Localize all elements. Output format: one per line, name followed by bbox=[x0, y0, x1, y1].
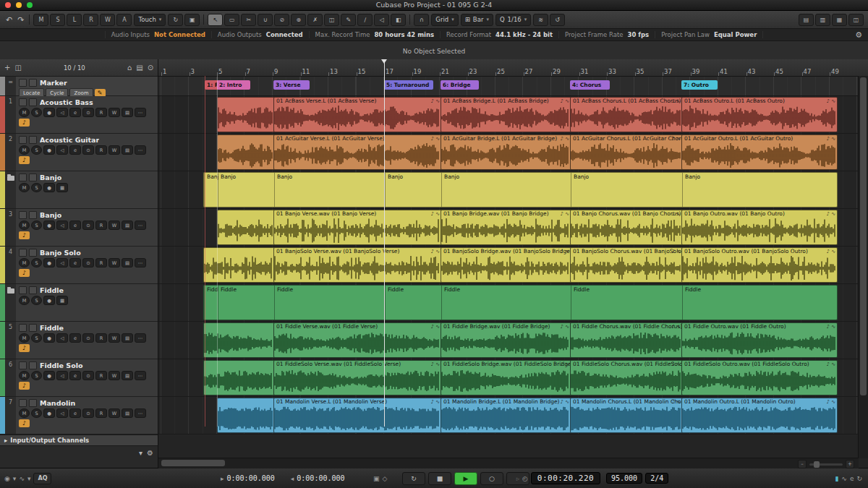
audio-event-unnamed[interactable] bbox=[217, 210, 275, 245]
audio-event[interactable]: 01 Mandolin Outro.L (01 Mandolin Outro)♪… bbox=[681, 398, 838, 433]
audio-event[interactable]: 01 Mandolin Chorus.L (01 Mandolin Chorus… bbox=[570, 398, 683, 433]
track-color-strip[interactable] bbox=[0, 247, 5, 283]
track-edit-icon[interactable] bbox=[29, 211, 37, 219]
musical-mode-badge[interactable]: ♪ bbox=[19, 231, 30, 239]
right-zone-toggle-icon[interactable]: ▦ bbox=[832, 14, 847, 26]
right-locator-time[interactable]: 0:00:00.000 bbox=[297, 474, 344, 482]
chevron-down-icon[interactable]: ▾ bbox=[13, 475, 17, 482]
erase-tool-button[interactable]: ⊘ bbox=[274, 14, 289, 26]
audio-event[interactable]: 01 AcGuitar Outro.L (01 AcGuitar Outro)♪… bbox=[681, 134, 838, 170]
track-color-strip[interactable] bbox=[0, 134, 5, 171]
cycle-button[interactable]: ↻ bbox=[402, 472, 425, 485]
audio-event-unnamed[interactable] bbox=[203, 247, 275, 283]
track-color-strip[interactable] bbox=[0, 96, 5, 133]
edit-channel-button[interactable]: e bbox=[69, 221, 81, 230]
musical-mode-badge[interactable]: ♪ bbox=[19, 269, 30, 277]
more-options-button[interactable]: ⋯ bbox=[135, 221, 146, 230]
listen-button[interactable]: ⊙ bbox=[82, 108, 94, 117]
musical-mode-badge[interactable]: ♪ bbox=[19, 344, 30, 352]
more-options-button[interactable]: ⋯ bbox=[135, 108, 146, 117]
folder-part[interactable]: FiddleFiddleFiddleFiddleFiddleFiddleFidd… bbox=[203, 285, 838, 320]
snap-toggle-button[interactable]: ∩ bbox=[414, 14, 429, 26]
show-lanes-button[interactable]: ▤ bbox=[122, 108, 133, 117]
status-audio-inputs[interactable]: Audio InputsNot Connected bbox=[105, 31, 212, 38]
solo-button[interactable]: S bbox=[31, 371, 42, 380]
lower-zone-toggle-icon[interactable]: ▥ bbox=[815, 14, 830, 26]
track-row-acoustic-guitar[interactable]: 2Acoustic GuitarMS●◁e⊙RW▤⋯♪ bbox=[0, 134, 158, 171]
automation-r-button[interactable]: R bbox=[83, 14, 98, 26]
record-arm-button[interactable]: ● bbox=[43, 258, 55, 267]
listen-button[interactable]: ⊙ bbox=[82, 333, 94, 343]
line-tool-button[interactable]: ∕ bbox=[357, 14, 373, 26]
iterative-quantize-icon[interactable]: ≋ bbox=[533, 14, 548, 26]
vertical-scrollbar[interactable] bbox=[858, 76, 868, 458]
monitor-button[interactable]: ◁ bbox=[56, 333, 68, 343]
audio-event[interactable]: 01 Mandolin Bridge.L (01 Mandolin Bridge… bbox=[441, 398, 571, 433]
status-project-frame-rate[interactable]: Project Frame Rate30 fps bbox=[559, 31, 655, 38]
read-automation-button[interactable]: R bbox=[95, 221, 107, 230]
more-options-button[interactable]: ⋯ bbox=[135, 258, 146, 267]
listen-button[interactable]: ⊙ bbox=[82, 371, 94, 380]
audio-event[interactable]: 01 AcGuitar Verse.L (01 AcGuitar Verse)♪… bbox=[273, 134, 442, 170]
more-options-button[interactable]: ⋯ bbox=[135, 371, 146, 380]
audio-event[interactable]: 01 AcGuitar Bridge.L (01 AcGuitar Bridge… bbox=[441, 134, 571, 170]
marker-6-bridge[interactable]: 6: Bridge bbox=[441, 80, 479, 90]
status-audio-outputs[interactable]: Audio OutputsConnected bbox=[212, 31, 310, 38]
zoom-tool-button[interactable]: ⊕ bbox=[291, 14, 306, 26]
horizontal-scrollbar-thumb[interactable] bbox=[161, 460, 225, 466]
record-arm-button[interactable]: ● bbox=[43, 145, 55, 155]
mute-button[interactable]: M bbox=[19, 333, 30, 343]
read-automation-button[interactable]: R bbox=[95, 258, 107, 267]
automation-mode-select[interactable]: Touch ▾ bbox=[134, 14, 166, 26]
audio-event[interactable]: 01 BanjoSolo Bridge.wav (01 BanjoSolo Br… bbox=[441, 247, 571, 283]
show-lanes-button[interactable]: ▤ bbox=[122, 333, 133, 343]
monitor-button[interactable]: ◁ bbox=[56, 258, 68, 267]
listen-button[interactable]: ⊙ bbox=[82, 221, 94, 230]
h-zoom-out-button[interactable]: – bbox=[798, 460, 807, 468]
marker-7-outro[interactable]: 7: Outro bbox=[681, 80, 718, 90]
solo-button[interactable]: S bbox=[31, 333, 42, 343]
mute-button[interactable]: M bbox=[19, 408, 30, 418]
track-row-fiddle-solo[interactable]: 6Fiddle SoloMS●◁e⊙RW▤⋯♪ bbox=[0, 359, 158, 397]
audio-event[interactable]: 01 FiddleSolo Outro.wav (01 FiddleSolo O… bbox=[681, 360, 838, 395]
read-automation-button[interactable]: R bbox=[95, 108, 107, 117]
track-color-strip[interactable] bbox=[0, 322, 5, 359]
mute-button[interactable]: M bbox=[19, 258, 30, 267]
track-edit-icon[interactable] bbox=[29, 174, 37, 181]
color-tool-button[interactable]: ◧ bbox=[391, 14, 406, 26]
mute-button[interactable]: M bbox=[19, 108, 30, 117]
marker-5-turnaround[interactable]: 5: Turnaround bbox=[384, 80, 433, 90]
h-zoom-slider[interactable] bbox=[809, 463, 843, 466]
show-lanes-button[interactable]: ▤ bbox=[122, 145, 133, 155]
redo-button[interactable]: ↷ bbox=[16, 15, 25, 25]
primary-time-display[interactable]: 0:00:20.220 bbox=[531, 472, 600, 484]
read-automation-button[interactable]: R bbox=[95, 371, 107, 380]
range-selection-tool-button[interactable]: ▭ bbox=[224, 14, 239, 26]
setup-gear-icon[interactable]: ⚙ bbox=[855, 30, 862, 40]
status-record-format[interactable]: Record Format44.1 kHz - 24 bit bbox=[441, 31, 559, 38]
write-automation-button[interactable]: W bbox=[109, 333, 120, 343]
automation-s-button[interactable]: S bbox=[50, 14, 65, 26]
show-lanes-button[interactable]: ▤ bbox=[122, 221, 133, 230]
audio-event[interactable]: 01 FiddleSolo Verse.wav (01 FiddleSolo V… bbox=[273, 360, 442, 395]
mute-button[interactable]: M bbox=[19, 221, 30, 230]
mute-button[interactable]: M bbox=[19, 145, 30, 155]
audio-event[interactable]: 01 AcGuitar Chorus.L (01 AcGuitar Chorus… bbox=[570, 134, 683, 170]
track-visibility-button[interactable]: ◫ bbox=[14, 64, 21, 72]
track-row-banjo-folder[interactable]: BanjoMS●▦ bbox=[0, 171, 158, 209]
audio-activity-icon[interactable]: ∿ bbox=[841, 475, 847, 482]
mute-button[interactable]: M bbox=[19, 183, 30, 192]
write-automation-button[interactable]: W bbox=[109, 258, 120, 267]
record-arm-button[interactable]: ● bbox=[43, 333, 55, 343]
io-channels-bar[interactable]: ▸ Input/Output Channels bbox=[0, 435, 158, 446]
track-row-fiddle[interactable]: 5FiddleMS●◁e⊙RW▤⋯♪ bbox=[0, 322, 158, 359]
audio-event[interactable]: 01 Fiddle Outro.wav (01 Fiddle Outro)♪ ∿ bbox=[681, 322, 838, 358]
track-row-banjo-solo[interactable]: 4Banjo SoloMS●◁e⊙RW▤⋯♪ bbox=[0, 247, 158, 284]
monitor-button[interactable]: ◁ bbox=[56, 408, 68, 418]
aq-badge[interactable]: AQ bbox=[33, 473, 51, 484]
track-row-mandolin[interactable]: 7MandolinMS●◁e⊙RW▤⋯♪ bbox=[0, 397, 158, 435]
track-color-strip[interactable] bbox=[0, 284, 5, 321]
track-edit-icon[interactable] bbox=[29, 136, 37, 144]
listen-button[interactable]: ⊙ bbox=[82, 408, 94, 418]
listen-button[interactable]: ⊙ bbox=[82, 258, 94, 267]
